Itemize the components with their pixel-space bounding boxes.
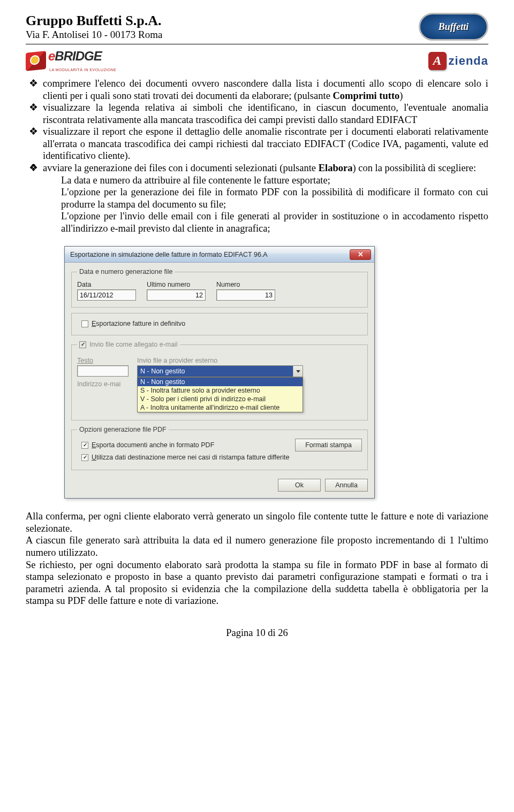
numero-input[interactable] <box>216 289 275 301</box>
sub-bullet-item: L'opzione per la generazione dei file in… <box>61 186 488 210</box>
chevron-down-icon <box>293 366 303 377</box>
buffetti-logo: Buffetti <box>419 13 488 41</box>
esporta-pdf-checkbox[interactable] <box>81 442 88 449</box>
dropdown-option[interactable]: V - Solo per i clienti privi di indirizz… <box>138 395 303 403</box>
dropdown-option[interactable]: A - Inoltra unitamente all'indirizzo e-m… <box>138 403 303 412</box>
cancel-button[interactable]: Annulla <box>325 479 368 492</box>
esportazione-definitivo-label: Esportazione fatture in definitvo <box>92 320 185 327</box>
group-invio-email: Invio file come allegato e-mail Testo In… <box>71 341 368 420</box>
data-input[interactable] <box>77 289 136 301</box>
close-button[interactable]: ✕ <box>350 249 371 260</box>
dialog-title: Esportazione in simulazione delle fattur… <box>70 251 268 258</box>
page-header: Gruppo Buffetti S.p.A. Via F. Antolisei … <box>26 13 488 44</box>
formati-stampa-button[interactable]: Formati stampa <box>295 439 362 451</box>
sub-bullet-item: L'opzione per l'invio delle email con i … <box>61 210 488 234</box>
paragraph: Alla conferma, per ogni cliente elaborat… <box>26 510 488 534</box>
azienda-logo: zienda <box>428 52 488 70</box>
utilizza-dati-checkbox[interactable] <box>81 454 88 461</box>
dropdown-option[interactable]: N - Non gestito <box>138 378 303 386</box>
dialog-titlebar: Esportazione in simulazione delle fattur… <box>65 247 374 263</box>
ebridge-logo: eBRIDGE LA MODULARITÀ IN EVOLUZIONE <box>26 49 117 73</box>
bullet-item: comprimere l'elenco dei documenti ovvero… <box>43 78 488 102</box>
provider-combo[interactable]: N - Non gestito <box>137 365 303 377</box>
dialog-screenshot: Esportazione in simulazione delle fattur… <box>64 246 375 499</box>
bullet-item: visualizzare il report che espone il det… <box>43 126 488 162</box>
combo-label: Invio file a provider esterno <box>137 357 303 364</box>
group-data-numero: Data e numero generazione file Data Ulti… <box>71 268 368 308</box>
invio-email-checkbox[interactable] <box>79 341 86 348</box>
provider-dropdown: N - Non gestito S - Inoltra fatture solo… <box>137 377 303 412</box>
group-legend: Data e numero generazione file <box>77 268 175 275</box>
bullet-item: visualizzare la legenda relativa ai simb… <box>43 102 488 126</box>
sub-bullet-item: La data e numero da attribuire al file c… <box>61 174 488 187</box>
provider-combo-value: N - Non gestito <box>138 366 293 377</box>
company-name: Gruppo Buffetti S.p.A. <box>26 13 162 29</box>
bullet-list: comprimere l'elenco dei documenti ovvero… <box>26 78 488 234</box>
bullet-item: avviare la generazione dei files con i d… <box>43 162 488 234</box>
group-legend: Opzioni generazione file PDF <box>77 426 169 433</box>
dropdown-option[interactable]: S - Inoltra fatture solo a provider este… <box>138 386 303 395</box>
ebridge-cube-icon <box>26 51 46 71</box>
esporta-pdf-label: Esporta documenti anche in formato PDF <box>92 441 214 449</box>
ok-button[interactable]: Ok <box>278 479 321 492</box>
ultimo-numero-label: Ultimo numero <box>147 281 206 288</box>
group-pdf: Opzioni generazione file PDF Esporta doc… <box>71 426 368 470</box>
paragraph: Se richiesto, per ogni documento elabora… <box>26 559 488 607</box>
testo-label: Testo <box>77 357 128 364</box>
ultimo-numero-input[interactable] <box>147 289 206 301</box>
paragraph: A ciascun file generato sarà attribuita … <box>26 534 488 558</box>
company-address: Via F. Antolisei 10 - 00173 Roma <box>26 29 162 41</box>
data-label: Data <box>77 281 136 288</box>
page-footer: Pagina 10 di 26 <box>26 627 488 639</box>
body-paragraphs: Alla conferma, per ogni cliente elaborat… <box>26 510 488 607</box>
group-esportazione-def: Esportazione fatture in definitvo <box>71 313 368 335</box>
close-icon: ✕ <box>358 250 364 258</box>
group-legend: Invio file come allegato e-mail <box>89 341 178 348</box>
testo-input[interactable] <box>77 365 128 377</box>
azienda-a-icon <box>428 52 447 70</box>
numero-label: Numero <box>216 281 275 288</box>
esportazione-definitivo-checkbox[interactable] <box>81 320 88 327</box>
utilizza-dati-label: Utilizza dati destinazione merce nei cas… <box>92 454 289 461</box>
